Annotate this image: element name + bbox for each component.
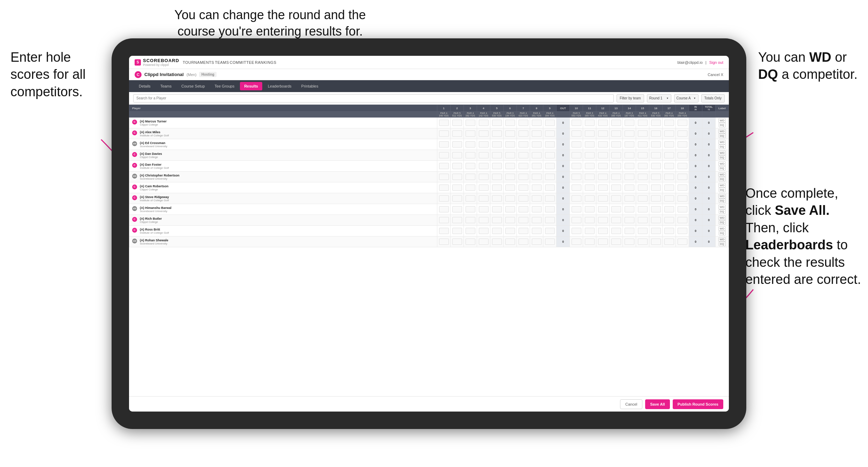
hole-14-input[interactable]: [623, 236, 636, 247]
hole-12-input[interactable]: [596, 204, 610, 215]
score-field[interactable]: [611, 130, 621, 137]
hole-1-input[interactable]: [437, 161, 451, 172]
tab-teams[interactable]: Teams: [156, 82, 176, 90]
hole-14-input[interactable]: [623, 172, 636, 182]
hole-2-input[interactable]: [451, 161, 464, 172]
score-field[interactable]: [598, 130, 608, 137]
score-field[interactable]: [532, 195, 542, 202]
label-cell[interactable]: WDDQ: [716, 226, 729, 236]
hole-3-input[interactable]: [464, 150, 477, 161]
hole-17-input[interactable]: [663, 172, 676, 182]
hole-18-input[interactable]: [676, 204, 689, 215]
score-field[interactable]: [519, 184, 528, 191]
hole-9-input[interactable]: [543, 161, 557, 172]
hole-12-input[interactable]: [596, 182, 610, 193]
score-field[interactable]: [585, 184, 595, 191]
score-field[interactable]: [519, 206, 528, 212]
label-cell[interactable]: WDDQ: [716, 215, 729, 226]
hole-5-input[interactable]: [490, 204, 504, 215]
score-field[interactable]: [466, 239, 475, 245]
score-field[interactable]: [519, 195, 528, 202]
score-field[interactable]: [479, 152, 489, 158]
score-field[interactable]: [532, 228, 542, 234]
score-field[interactable]: [585, 239, 595, 245]
score-field[interactable]: [611, 228, 621, 234]
hole-11-input[interactable]: [583, 236, 596, 247]
score-field[interactable]: [545, 217, 555, 223]
score-field[interactable]: [439, 184, 449, 191]
hole-14-input[interactable]: [623, 161, 636, 172]
hole-10-input[interactable]: [570, 128, 583, 139]
hole-3-input[interactable]: [464, 139, 477, 150]
hole-15-input[interactable]: [636, 182, 649, 193]
score-field[interactable]: [678, 195, 687, 202]
round-selector[interactable]: Round 1 ▼: [647, 94, 671, 103]
wd-button[interactable]: WD: [718, 237, 726, 242]
hole-9-input[interactable]: [543, 172, 557, 182]
score-field[interactable]: [651, 184, 661, 191]
score-field[interactable]: [611, 163, 621, 169]
score-field[interactable]: [532, 217, 542, 223]
score-field[interactable]: [651, 239, 661, 245]
score-field[interactable]: [638, 152, 648, 158]
score-field[interactable]: [492, 141, 502, 148]
hole-2-input[interactable]: [451, 204, 464, 215]
score-field[interactable]: [651, 152, 661, 158]
hole-9-input[interactable]: [543, 150, 557, 161]
score-field[interactable]: [466, 130, 475, 137]
score-field[interactable]: [452, 152, 462, 158]
hole-18-input[interactable]: [676, 182, 689, 193]
score-field[interactable]: [452, 206, 462, 212]
hole-4-input[interactable]: [477, 193, 490, 204]
hole-3-input[interactable]: [464, 215, 477, 226]
hole-1-input[interactable]: [437, 128, 451, 139]
score-field[interactable]: [505, 184, 515, 191]
score-field[interactable]: [439, 120, 449, 126]
wd-button[interactable]: WD: [718, 205, 726, 209]
hole-8-input[interactable]: [530, 150, 543, 161]
hole-6-input[interactable]: [504, 118, 517, 128]
hole-9-input[interactable]: [543, 236, 557, 247]
hole-15-input[interactable]: [636, 118, 649, 128]
score-field[interactable]: [585, 228, 595, 234]
score-field[interactable]: [664, 217, 674, 223]
score-field[interactable]: [678, 228, 687, 234]
hole-4-input[interactable]: [477, 226, 490, 236]
hole-4-input[interactable]: [477, 204, 490, 215]
hole-8-input[interactable]: [530, 236, 543, 247]
hole-17-input[interactable]: [663, 139, 676, 150]
hole-13-input[interactable]: [610, 150, 623, 161]
score-field[interactable]: [452, 141, 462, 148]
wd-button[interactable]: WD: [718, 161, 726, 166]
hole-14-input[interactable]: [623, 204, 636, 215]
dq-button[interactable]: DQ: [719, 144, 726, 149]
score-field[interactable]: [532, 239, 542, 245]
hole-6-input[interactable]: [504, 236, 517, 247]
hole-8-input[interactable]: [530, 204, 543, 215]
hole-10-input[interactable]: [570, 204, 583, 215]
hole-1-input[interactable]: [437, 139, 451, 150]
hole-11-input[interactable]: [583, 226, 596, 236]
hole-1-input[interactable]: [437, 193, 451, 204]
score-field[interactable]: [572, 152, 581, 158]
hole-10-input[interactable]: [570, 182, 583, 193]
hole-11-input[interactable]: [583, 139, 596, 150]
score-field[interactable]: [479, 163, 489, 169]
score-field[interactable]: [545, 195, 555, 202]
score-field[interactable]: [532, 152, 542, 158]
wd-button[interactable]: WD: [718, 118, 726, 123]
hole-14-input[interactable]: [623, 128, 636, 139]
hole-6-input[interactable]: [504, 204, 517, 215]
hole-15-input[interactable]: [636, 204, 649, 215]
score-field[interactable]: [479, 184, 489, 191]
hole-12-input[interactable]: [596, 161, 610, 172]
score-field[interactable]: [678, 130, 687, 137]
nav-rankings[interactable]: RANKINGS: [255, 60, 276, 65]
score-field[interactable]: [638, 141, 648, 148]
score-field[interactable]: [439, 228, 449, 234]
nav-committee[interactable]: COMMITTEE: [230, 60, 255, 65]
wd-button[interactable]: WD: [718, 140, 726, 144]
hole-1-input[interactable]: [437, 118, 451, 128]
score-field[interactable]: [479, 130, 489, 137]
label-cell[interactable]: WDDQ: [716, 193, 729, 204]
